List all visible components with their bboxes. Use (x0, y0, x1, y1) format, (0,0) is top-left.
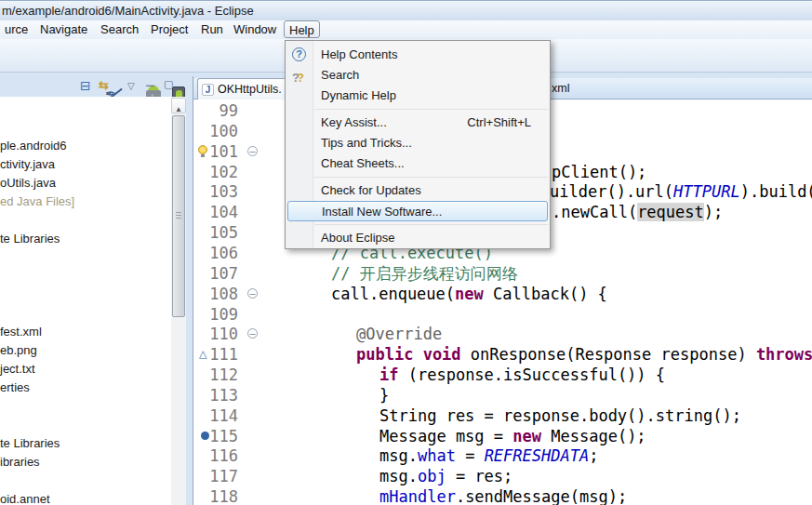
link-with-editor-icon[interactable]: ⇆ (99, 78, 109, 92)
code-line: mHandler.sendMessage(msg); (379, 486, 627, 505)
line-number: 100 (195, 121, 238, 141)
line-number: 104 (195, 202, 238, 222)
menubar: urceNavigateSearchProjectRunWindowHelp (0, 20, 812, 39)
menu-item-help-contents[interactable]: ?Help Contents (286, 45, 550, 65)
package-explorer-tree: ple.android6ctivity.javaoUtils.javaed Ja… (0, 97, 186, 505)
menu-item-label: Help Contents (321, 45, 397, 65)
menu-item-label: Dynamic Help (321, 86, 396, 106)
code-line: String res = response.body().string(); (379, 405, 741, 426)
code-line: @Override (356, 324, 442, 344)
line-number: 107 (195, 263, 238, 284)
tree-item[interactable]: ject.txt (0, 360, 35, 379)
tab-xml[interactable]: xml (552, 78, 569, 100)
warning-lightbulb-icon (198, 145, 207, 154)
menu-item-shortcut: Ctrl+Shift+L (467, 113, 531, 133)
code-line: msg.what = REFRESHDATA; (379, 445, 598, 466)
fold-collapse-icon[interactable]: – (247, 146, 258, 156)
menu-search[interactable]: Search (96, 20, 143, 38)
menu-item-key-assist[interactable]: Key Assist...Ctrl+Shift+L (286, 113, 550, 133)
line-number: 112 (195, 365, 238, 385)
tree-item[interactable]: ed Java Files] (0, 193, 74, 211)
menu-item-tips-and-tricks[interactable]: Tips and Tricks... (286, 133, 550, 153)
line-number: 108 (195, 284, 238, 304)
menu-project[interactable]: Project (146, 20, 193, 38)
menu-separator (286, 221, 550, 228)
menu-item-label: Install New Software... (322, 202, 442, 222)
line-number: 113 (195, 385, 238, 405)
help-dropdown-menu: ?Help Contents??SearchDynamic HelpKey As… (285, 40, 551, 249)
menu-item-cheat-sheets[interactable]: Cheat Sheets... (286, 153, 550, 174)
line-number: 106 (195, 243, 238, 263)
menu-window[interactable]: Window (229, 20, 281, 38)
fold-collapse-icon[interactable]: – (247, 288, 258, 299)
code-line: Message msg = new Message(); (379, 426, 646, 446)
tab-label: OKHttpUtils. (218, 79, 282, 100)
line-number: 116 (195, 445, 238, 466)
search-icon: ?? (292, 68, 307, 83)
menu-item-search[interactable]: ??Search (286, 65, 550, 86)
line-number: 118 (195, 486, 238, 505)
menu-urce[interactable]: urce (0, 20, 33, 38)
tree-item[interactable]: eb.png (0, 341, 37, 360)
tree-item[interactable]: oUtils.java (0, 174, 56, 193)
menu-item-check-for-updates[interactable]: Check for Updates (286, 180, 550, 201)
line-number: 103 (195, 181, 238, 202)
tree-item[interactable]: oid.annet (0, 490, 50, 505)
tree-item[interactable]: fest.xml (0, 323, 42, 341)
menu-item-label: Cheat Sheets... (321, 153, 405, 174)
collapse-all-icon[interactable]: ⊟ (80, 78, 91, 93)
tree-item[interactable]: te Libraries (0, 434, 60, 453)
code-line: .newCall(request); (552, 202, 723, 222)
line-number: 114 (195, 405, 238, 426)
menu-item-install-new-software[interactable]: Install New Software... (287, 201, 548, 221)
line-number: 109 (195, 304, 238, 325)
line-number: 105 (195, 222, 238, 243)
maximize-view-icon[interactable]: ▢ (164, 78, 173, 90)
menu-separator (286, 174, 550, 180)
line-number: 110 (195, 324, 238, 344)
view-menu-icon[interactable]: ▽ (127, 81, 135, 91)
code-line: pClient(); (552, 162, 646, 182)
menu-item-label: Check for Updates (321, 180, 421, 201)
menu-navigate[interactable]: Navigate (35, 20, 92, 38)
breakpoint-icon[interactable] (201, 432, 209, 440)
menu-item-dynamic-help[interactable]: Dynamic Help (286, 86, 550, 106)
scrollbar-up-arrow[interactable]: ▲ (171, 98, 186, 113)
package-explorer-toolbar: ⊟ ⇆ ▽ ─ ▢ (0, 78, 186, 97)
menu-item-label: Key Assist... (321, 113, 387, 133)
menu-item-label: About Eclipse (321, 228, 395, 248)
scrollbar-thumb[interactable] (172, 115, 185, 317)
code-line: msg.obj = res; (379, 466, 512, 486)
menu-run[interactable]: Run (196, 20, 228, 38)
code-line: // 开启异步线程访问网络 (331, 263, 518, 284)
help-contents-icon: ? (292, 47, 306, 61)
java-file-icon: J (202, 84, 214, 96)
tree-item[interactable]: erties (0, 379, 30, 397)
title-bar: m/example/android6/MainActivity.java - E… (0, 0, 812, 20)
code-line: call.enqueue(new Callback() { (331, 284, 607, 304)
code-line: if (response.isSuccessful()) { (379, 365, 665, 385)
window-title: m/example/android6/MainActivity.java - E… (2, 1, 254, 20)
line-number: 117 (195, 466, 238, 486)
code-line: } (379, 385, 389, 405)
line-number: 102 (195, 162, 238, 182)
line-number: 99 (195, 100, 238, 121)
code-line: public void onResponse(Response response… (356, 344, 812, 365)
menu-help[interactable]: Help (284, 20, 320, 38)
tree-item[interactable]: ibraries (0, 453, 40, 472)
menu-item-label: Tips and Tricks... (321, 133, 412, 153)
tree-item[interactable]: ctivity.java (0, 155, 55, 174)
menu-item-label: Search (321, 65, 359, 86)
minimize-view-icon[interactable]: ─ (146, 78, 154, 92)
menu-separator (286, 106, 550, 113)
tree-item[interactable]: te Libraries (0, 230, 60, 248)
marker-triangle-icon: △ (199, 349, 206, 359)
code-line: uilder().url(HTTPURL).build(); (550, 181, 812, 202)
menu-item-about-eclipse[interactable]: About Eclipse (286, 228, 550, 248)
fold-collapse-icon[interactable]: – (247, 328, 258, 339)
tree-item[interactable]: ple.android6 (0, 137, 67, 155)
